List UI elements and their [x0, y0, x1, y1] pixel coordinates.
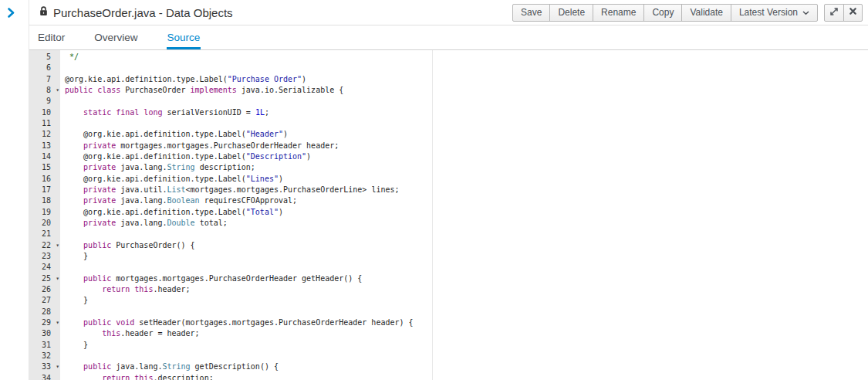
print-margin-line — [432, 50, 433, 380]
code-line-7: @org.kie.api.definition.type.Label("Purc… — [65, 74, 868, 85]
code-line-25: public mortgages.mortgages.PurchaseOrder… — [65, 273, 868, 284]
gutter-line-6: 6 — [29, 63, 60, 73]
code-line-17: private java.util.List<mortgages.mortgag… — [65, 185, 868, 195]
code-line-24 — [65, 262, 868, 273]
fold-arrow-icon[interactable]: ▾ — [56, 240, 59, 251]
caret-down-icon — [802, 7, 809, 18]
rename-button[interactable]: Rename — [593, 4, 644, 22]
gutter-line-27: 27 — [29, 295, 60, 306]
gutter-line-29: 29▾ — [29, 317, 60, 328]
code-line-18: private java.lang.Boolean requiresCFOApp… — [65, 195, 868, 206]
page-title: PurchaseOrder.java - Data Objects — [53, 6, 233, 19]
fold-arrow-icon[interactable]: ▾ — [56, 317, 59, 328]
code-line-30: this.header = header; — [65, 328, 868, 339]
gutter-line-26: 26 — [29, 284, 60, 295]
code-line-16: @org.kie.api.definition.type.Label("Line… — [65, 174, 868, 185]
gutter-line-8: 8▾ — [29, 85, 60, 96]
gutter-line-16: 16 — [29, 174, 60, 185]
code-line-33: public java.lang.String getDescription()… — [65, 361, 868, 372]
main-panel: PurchaseOrder.java - Data Objects SaveDe… — [29, 0, 868, 380]
fold-arrow-icon[interactable]: ▾ — [56, 85, 59, 96]
gutter-line-22: 22▾ — [29, 240, 60, 251]
code-line-29: public void setHeader(mortgages.mortgage… — [65, 317, 868, 328]
gutter-line-20: 20 — [29, 218, 60, 229]
gutter-line-14: 14 — [29, 151, 60, 162]
version-dropdown-button[interactable]: Latest Version — [731, 4, 818, 22]
line-number-gutter: 5678▾910111213141516171819202122▾232425▾… — [29, 50, 60, 380]
gutter-line-23: 23 — [29, 251, 60, 262]
code-line-31: } — [65, 340, 868, 351]
gutter-line-30: 30 — [29, 328, 60, 339]
gutter-line-21: 21 — [29, 229, 60, 239]
gutter-line-5: 5 — [29, 52, 60, 63]
delete-button[interactable]: Delete — [549, 4, 593, 22]
gutter-line-34: 34 — [29, 373, 60, 380]
gutter-line-12: 12 — [29, 129, 60, 140]
code-line-20: private java.lang.Double total; — [65, 218, 868, 229]
close-icon — [849, 7, 857, 18]
code-line-28 — [65, 307, 868, 317]
title-bar: PurchaseOrder.java - Data Objects SaveDe… — [29, 0, 868, 25]
code-line-8: public class PurchaseOrder implements ja… — [65, 85, 868, 96]
expand-icon — [829, 7, 839, 19]
save-button[interactable]: Save — [512, 4, 550, 22]
gutter-line-33: 33▾ — [29, 361, 60, 372]
chevron-right-icon[interactable] — [7, 7, 29, 21]
code-lines[interactable]: */ @org.kie.api.definition.type.Label("P… — [60, 50, 868, 380]
code-line-19: @org.kie.api.definition.type.Label("Tota… — [65, 207, 868, 218]
code-line-9 — [65, 96, 868, 107]
gutter-line-9: 9 — [29, 96, 60, 107]
tab-overview[interactable]: Overview — [93, 25, 138, 49]
gutter-line-19: 19 — [29, 207, 60, 218]
code-line-32 — [65, 351, 868, 361]
expand-button[interactable] — [824, 4, 844, 22]
source-code-editor[interactable]: 5678▾910111213141516171819202122▾232425▾… — [29, 50, 868, 380]
gutter-line-17: 17 — [29, 185, 60, 195]
gutter-line-7: 7 — [29, 74, 60, 85]
app-window: PurchaseOrder.java - Data Objects SaveDe… — [0, 0, 868, 380]
code-line-10: static final long serialVersionUID = 1L; — [65, 107, 868, 118]
close-button[interactable] — [843, 4, 863, 22]
window-controls-group — [824, 4, 863, 22]
code-line-14: @org.kie.api.definition.type.Label("Desc… — [65, 151, 868, 162]
tab-editor[interactable]: Editor — [37, 25, 66, 49]
gutter-line-28: 28 — [29, 307, 60, 317]
gutter-line-32: 32 — [29, 351, 60, 361]
gutter-line-13: 13 — [29, 141, 60, 151]
gutter-line-11: 11 — [29, 118, 60, 129]
code-line-27: } — [65, 295, 868, 306]
code-line-11 — [65, 118, 868, 129]
tabs: EditorOverviewSource — [29, 25, 868, 50]
code-line-21 — [65, 229, 868, 239]
lock-icon — [39, 5, 49, 20]
code-line-22: public PurchaseOrder() { — [65, 240, 868, 251]
gutter-line-25: 25▾ — [29, 273, 60, 284]
gutter-line-24: 24 — [29, 262, 60, 273]
copy-button[interactable]: Copy — [643, 4, 682, 22]
code-line-34: return this.description; — [65, 373, 868, 380]
toolbar-button-group: SaveDeleteRenameCopyValidate Latest Vers… — [512, 4, 818, 22]
gutter-line-15: 15 — [29, 162, 60, 173]
fold-arrow-icon[interactable]: ▾ — [56, 273, 59, 284]
code-line-15: private java.lang.String description; — [65, 162, 868, 173]
gutter-line-18: 18 — [29, 195, 60, 206]
code-line-26: return this.header; — [65, 284, 868, 295]
collapsed-sidebar — [0, 0, 29, 380]
code-line-5: */ — [65, 52, 868, 63]
gutter-line-10: 10 — [29, 107, 60, 118]
tab-source[interactable]: Source — [167, 25, 201, 49]
code-line-6 — [65, 63, 868, 73]
gutter-line-31: 31 — [29, 340, 60, 351]
fold-arrow-icon[interactable]: ▾ — [56, 361, 59, 372]
code-line-13: private mortgages.mortgages.PurchaseOrde… — [65, 141, 868, 151]
validate-button[interactable]: Validate — [681, 4, 731, 22]
code-line-23: } — [65, 251, 868, 262]
version-dropdown-label: Latest Version — [739, 7, 798, 18]
code-line-12: @org.kie.api.definition.type.Label("Head… — [65, 129, 868, 140]
